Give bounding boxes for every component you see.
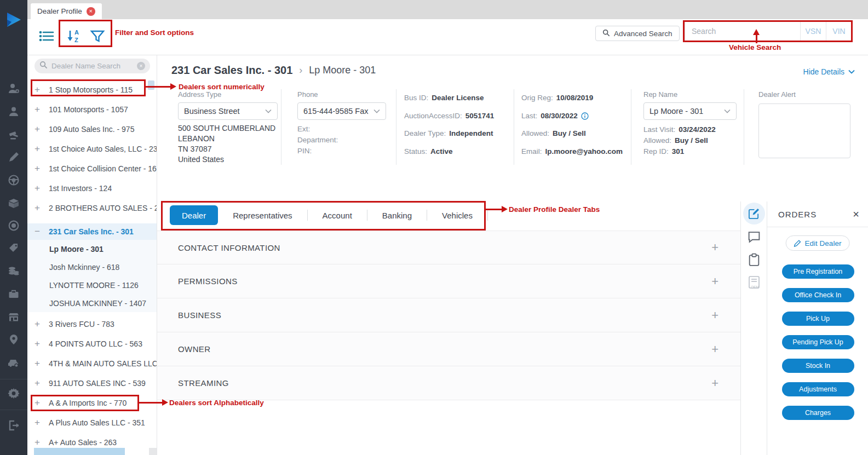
expand-plus-icon[interactable]: +: [35, 338, 49, 349]
vsn-toggle[interactable]: VSN: [800, 22, 826, 41]
info-icon[interactable]: [581, 112, 589, 120]
section-streaming[interactable]: STREAMING +: [157, 366, 740, 400]
dealer-name-search-input[interactable]: [51, 62, 133, 70]
tab-dealer[interactable]: Dealer: [170, 205, 218, 225]
tab-banking[interactable]: Banking: [367, 211, 427, 220]
edit-pencil-icon[interactable]: [7, 151, 20, 164]
phone-ext: Ext:: [297, 125, 310, 133]
pick-up-button[interactable]: Pick Up: [782, 312, 854, 326]
close-icon[interactable]: ×: [853, 209, 859, 220]
clear-search-icon[interactable]: ×: [137, 62, 145, 70]
dealer-list-item[interactable]: +3 Rivers FCU - 783: [27, 314, 157, 334]
edit-note-icon[interactable]: [743, 203, 765, 224]
collapse-minus-icon[interactable]: −: [35, 226, 49, 237]
list-view-icon[interactable]: [38, 27, 55, 45]
breadcrumb-rep[interactable]: Lp Moore - 301: [309, 65, 376, 76]
vin-toggle[interactable]: VIN: [826, 22, 852, 41]
tab-account[interactable]: Account: [308, 211, 367, 220]
comment-icon[interactable]: [747, 230, 761, 246]
briefcase-icon[interactable]: [7, 287, 20, 301]
dealer-list-item[interactable]: +1 Stop Motorsports - 115: [27, 80, 157, 100]
rep-list-item[interactable]: LYNOTTE MOORE - 1126: [27, 276, 157, 294]
add-user-icon[interactable]: [7, 82, 20, 95]
dealer-list-item[interactable]: +1st Investors - 124: [27, 178, 157, 198]
steering-wheel-icon[interactable]: [7, 174, 20, 187]
user-icon[interactable]: [7, 105, 20, 118]
location-pin-icon[interactable]: [7, 333, 20, 346]
car-payment-icon[interactable]: [7, 356, 20, 369]
dealer-profile-tab[interactable]: Dealer Profile ×: [31, 3, 102, 19]
filter-funnel-icon[interactable]: [89, 27, 106, 45]
dealer-list-item[interactable]: +101 Motorsports - 1057: [27, 100, 157, 119]
advanced-search-button[interactable]: Advanced Search: [595, 26, 680, 41]
stock-in-button[interactable]: Stock In: [782, 359, 854, 373]
dealer-name-search[interactable]: ×: [35, 59, 150, 73]
section-contact-information[interactable]: CONTACT INFORMATION +: [157, 231, 740, 264]
tab-representatives[interactable]: Representatives: [218, 211, 307, 220]
oem-document-icon[interactable]: OEM: [747, 275, 761, 293]
rep-list-item[interactable]: JOSHUA MCKINNEY - 1407: [27, 294, 157, 312]
expand-plus-icon[interactable]: +: [35, 203, 49, 214]
expand-plus-icon[interactable]: +: [35, 163, 49, 174]
expand-plus-icon[interactable]: +: [35, 398, 49, 408]
tab-vehicles[interactable]: Vehicles: [427, 211, 487, 220]
expand-plus-icon[interactable]: +: [711, 308, 718, 322]
pre-registration-button[interactable]: Pre Registration: [782, 264, 854, 279]
office-check-in-button[interactable]: Office Check In: [782, 288, 854, 302]
adjustments-button[interactable]: Adjustments: [782, 382, 854, 396]
section-permissions[interactable]: PERMISSIONS +: [157, 264, 740, 298]
breadcrumb-dealer[interactable]: 231 Car Sales Inc. - 301: [171, 64, 292, 77]
expand-plus-icon[interactable]: +: [35, 437, 49, 448]
dealer-list-item[interactable]: +109 Auto Sales Inc. - 975: [27, 119, 157, 139]
dealer-list-item[interactable]: +1st Choice Auto Sales, LLC - 23: [27, 139, 157, 159]
expand-plus-icon[interactable]: +: [35, 358, 49, 369]
dealer-list-item-selected[interactable]: −231 Car Sales Inc. - 301: [27, 223, 157, 240]
app-logo-icon[interactable]: [4, 10, 24, 30]
tags-icon[interactable]: [7, 241, 20, 255]
address-type-select[interactable]: Business Street: [178, 102, 278, 120]
dealer-list-item[interactable]: +A & A Imports Inc - 770: [27, 393, 157, 413]
dealer-list-item[interactable]: +2 BROTHERS AUTO SALES - 2: [27, 198, 157, 218]
charges-button[interactable]: Charges: [782, 406, 854, 420]
disc-icon[interactable]: [7, 219, 20, 232]
vertical-scrollbar[interactable]: [148, 80, 154, 90]
dealer-list-item[interactable]: +911 AUTO SALES INC - 539: [27, 373, 157, 393]
expand-plus-icon[interactable]: +: [711, 274, 718, 289]
expand-plus-icon[interactable]: +: [711, 342, 718, 356]
coins-icon[interactable]: [7, 264, 20, 278]
tab-close-icon[interactable]: ×: [87, 7, 95, 16]
rep-name-select[interactable]: Lp Moore - 301: [643, 102, 737, 120]
expand-plus-icon[interactable]: +: [711, 376, 718, 390]
expand-plus-icon[interactable]: +: [35, 417, 49, 428]
expand-plus-icon[interactable]: +: [35, 319, 49, 330]
package-icon[interactable]: [7, 197, 20, 210]
expand-plus-icon[interactable]: +: [35, 84, 49, 95]
expand-plus-icon[interactable]: +: [711, 240, 718, 255]
rep-list-item-selected[interactable]: Lp Moore - 301: [27, 240, 157, 258]
logout-icon[interactable]: [7, 419, 20, 432]
phone-select[interactable]: 615-444-9585 Fax: [297, 102, 386, 120]
hide-details-link[interactable]: Hide Details: [803, 67, 855, 76]
pending-pick-up-button[interactable]: Pending Pick Up: [782, 335, 854, 349]
store-icon[interactable]: [7, 310, 20, 324]
rep-list-item[interactable]: Josh Mckinney - 618: [27, 258, 157, 276]
vehicle-search-input[interactable]: [685, 22, 800, 41]
expand-plus-icon[interactable]: +: [35, 124, 49, 135]
sort-az-icon[interactable]: AZ: [66, 27, 82, 45]
expand-plus-icon[interactable]: +: [35, 143, 49, 154]
expand-plus-icon[interactable]: +: [35, 378, 49, 389]
gavel-icon[interactable]: [7, 128, 20, 141]
dealer-list-item[interactable]: +A Plus Auto Sales LLC - 351: [27, 413, 157, 433]
section-owner[interactable]: OWNER +: [157, 332, 740, 366]
edit-dealer-button[interactable]: Edit Dealer: [786, 235, 850, 251]
dealer-list-item[interactable]: +1st Choice Collision Center - 16: [27, 159, 157, 178]
dealer-list-item[interactable]: +4 POINTS AUTO LLC - 563: [27, 334, 157, 354]
dealer-alert-box[interactable]: [758, 103, 850, 158]
expand-plus-icon[interactable]: +: [35, 104, 49, 115]
expand-plus-icon[interactable]: +: [35, 183, 49, 194]
clipboard-icon[interactable]: [748, 253, 760, 269]
dealer-list-item[interactable]: +4TH & MAIN AUTO SALES LLC: [27, 354, 157, 373]
horizontal-scrollbar[interactable]: [34, 448, 125, 455]
section-business[interactable]: BUSINESS +: [157, 298, 740, 332]
settings-gear-icon[interactable]: [7, 387, 20, 400]
